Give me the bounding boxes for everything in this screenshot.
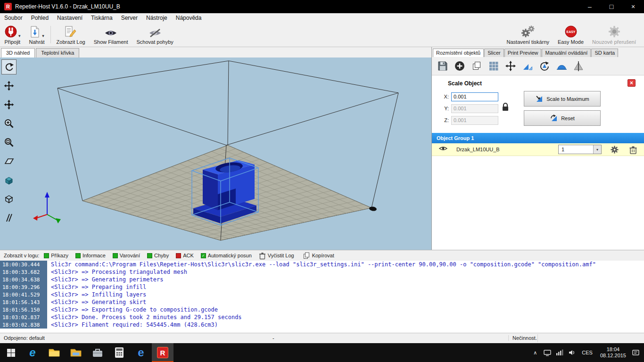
filter-warnings[interactable]: Varování xyxy=(113,253,140,258)
info-status-icon xyxy=(75,253,81,258)
object-list-row[interactable]: Drzak_LM10UU_B 1 ▾ xyxy=(432,143,644,156)
upload-button[interactable]: ▾ Nahrát xyxy=(25,23,49,47)
log-message: <Slic3r> => Generating skirt xyxy=(47,298,146,306)
taskbar-clock[interactable]: 18:04 08.12.2015 xyxy=(596,346,630,359)
filter-commands[interactable]: Příkazy xyxy=(44,253,68,258)
clear-log-button[interactable]: Vyčistit Log xyxy=(259,252,294,260)
log-message: <Slic3r> => Exporting G-code to composit… xyxy=(47,306,218,313)
save-icon xyxy=(437,60,448,72)
add-object-button[interactable] xyxy=(453,59,467,73)
menu-tiskarna[interactable]: Tiskárna xyxy=(87,13,117,23)
filter-autoscroll[interactable]: ✓ Automatický posun xyxy=(201,253,252,258)
tab-sd-card[interactable]: SD karta xyxy=(591,49,618,57)
tray-expand-button[interactable]: ∧ xyxy=(529,343,541,362)
easy-mode-button[interactable]: EASY Easy Mode xyxy=(553,23,588,47)
taskbar-file-explorer-button[interactable] xyxy=(43,343,65,362)
tab-manual-control[interactable]: Manuální ovládání xyxy=(542,49,591,57)
menu-nastroje[interactable]: Nástroje xyxy=(142,13,172,23)
cut-object-button[interactable] xyxy=(571,59,586,73)
view-front-button[interactable] xyxy=(1,154,17,169)
svg-text:EASY: EASY xyxy=(566,30,575,33)
3d-scene[interactable] xyxy=(0,58,431,250)
object-copies-value: 1 xyxy=(561,147,564,152)
show-filament-button[interactable]: Show Filament xyxy=(90,23,132,47)
log-output[interactable]: 18:00:30.444 Slic3r command:C:\Program F… xyxy=(0,261,644,333)
log-row: 18:03:02.837 <Slic3r> Done. Process took… xyxy=(0,313,644,321)
object-settings-button[interactable] xyxy=(610,145,619,156)
taskbar-ie-button[interactable]: e xyxy=(130,343,152,362)
right-panel-tabs: Rozmístění objektů Slicer Print Preview … xyxy=(432,47,644,57)
clock-date: 08.12.2015 xyxy=(600,353,626,359)
autoposition-button[interactable] xyxy=(487,59,501,73)
show-log-button[interactable]: Zobrazit Log xyxy=(52,23,90,47)
menu-pohled[interactable]: Pohled xyxy=(27,13,53,23)
scale-object-button[interactable] xyxy=(520,59,535,73)
tray-volume-button[interactable] xyxy=(566,343,578,362)
tray-network-button[interactable] xyxy=(553,343,566,362)
tab-object-placement[interactable]: Rozmístění objektů xyxy=(433,49,484,57)
tab-print-preview[interactable]: Print Preview xyxy=(504,49,542,57)
parallel-projection-icon xyxy=(4,213,14,223)
tab-slicer[interactable]: Slicer xyxy=(484,49,504,57)
view-top-button[interactable] xyxy=(1,191,17,206)
upload-dropdown-icon[interactable]: ▾ xyxy=(42,33,44,38)
menu-napoveda[interactable]: Nápověda xyxy=(172,13,206,23)
move-object-button[interactable] xyxy=(1,97,17,112)
scale-to-maximum-label: Scale to Maximum xyxy=(546,96,589,102)
pan-view-button[interactable] xyxy=(1,78,17,93)
action-center-button[interactable] xyxy=(630,343,642,362)
object-toolbar xyxy=(432,57,644,75)
menu-server[interactable]: Server xyxy=(117,13,142,23)
zoom-fit-button[interactable] xyxy=(1,135,17,150)
tab-3d-view[interactable]: 3D náhled xyxy=(1,48,35,58)
3d-viewport[interactable] xyxy=(0,58,431,250)
tab-temperature-curve[interactable]: Teplotní křivka xyxy=(36,48,79,58)
save-button[interactable] xyxy=(436,59,450,73)
scale-to-maximum-button[interactable]: Scale to Maximum xyxy=(524,91,601,107)
menu-soubor[interactable]: Soubor xyxy=(0,13,27,23)
filter-info[interactable]: Informace xyxy=(75,253,106,258)
hide-moves-button[interactable]: Schovat pohyby xyxy=(132,23,177,47)
tray-display-button[interactable] xyxy=(541,343,553,362)
zoom-in-icon xyxy=(4,118,14,129)
taskbar-edge-button[interactable]: e xyxy=(22,343,43,362)
view-isometric-button[interactable] xyxy=(1,173,17,188)
close-button[interactable]: × xyxy=(622,0,644,13)
parallel-projection-button[interactable] xyxy=(1,210,17,225)
lock-aspect-button[interactable] xyxy=(501,102,510,114)
delete-object-button[interactable] xyxy=(629,145,637,156)
language-indicator[interactable]: CES xyxy=(578,350,596,355)
rotate-view-button[interactable] xyxy=(1,59,17,74)
copy-objects-button[interactable] xyxy=(470,59,484,73)
center-object-button[interactable] xyxy=(504,59,518,73)
rotate-object-button[interactable] xyxy=(537,59,552,73)
printer-settings-button[interactable]: Nastavení tiskárny xyxy=(503,23,553,47)
close-scale-panel-button[interactable]: × xyxy=(627,79,636,87)
copy-log-button[interactable]: Kopírovat xyxy=(303,252,334,260)
taskbar-briefcase-button[interactable] xyxy=(87,343,108,362)
object-copies-dropdown[interactable]: 1 ▾ xyxy=(558,145,602,154)
maximize-button[interactable]: □ xyxy=(601,0,622,13)
log-filter-bar: Zobrazit v logu: Příkazy Informace Varov… xyxy=(0,250,644,261)
taskbar-folder2-button[interactable] xyxy=(65,343,87,362)
connect-button[interactable]: ▾ Připojit xyxy=(0,23,25,47)
object-name: Drzak_LM10UU_B xyxy=(456,147,500,152)
start-button[interactable] xyxy=(0,343,22,362)
filter-ack[interactable]: ACK xyxy=(176,253,194,258)
filter-errors[interactable]: Chyby xyxy=(147,253,169,258)
menu-nastaveni[interactable]: Nastavení xyxy=(53,13,87,23)
scale-x-label: X: xyxy=(441,94,449,99)
taskbar-calculator-button[interactable] xyxy=(108,343,130,362)
object-visibility-button[interactable] xyxy=(438,145,448,154)
connect-dropdown-icon[interactable]: ▾ xyxy=(18,33,21,38)
scale-x-input[interactable] xyxy=(451,92,498,101)
minimize-button[interactable]: – xyxy=(579,0,601,13)
object-group-header[interactable]: Object Group 1 xyxy=(432,133,644,143)
lay-flat-button[interactable] xyxy=(554,59,569,73)
taskbar-repetier-button[interactable]: R xyxy=(152,343,173,362)
printed-object[interactable] xyxy=(193,160,256,223)
reset-scale-button[interactable]: Reset xyxy=(524,110,601,126)
log-message: <Slic3r> => Infilling layers xyxy=(47,291,146,298)
zoom-in-button[interactable] xyxy=(1,116,17,131)
chevron-down-icon: ▾ xyxy=(593,145,601,154)
